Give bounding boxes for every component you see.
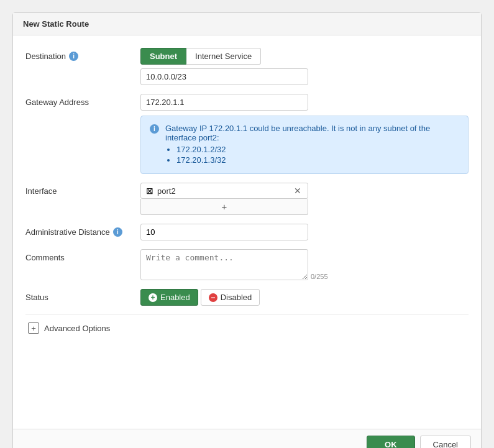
comments-textarea[interactable] xyxy=(140,249,308,280)
status-disabled-button[interactable]: − Disabled xyxy=(201,289,260,306)
status-toggle: + Enabled − Disabled xyxy=(140,289,469,306)
admin-distance-row: Administrative Distance i xyxy=(25,224,469,240)
admin-distance-input[interactable] xyxy=(140,224,308,240)
status-row: Status + Enabled − Disabled xyxy=(25,289,469,306)
ok-button[interactable]: OK xyxy=(367,436,415,448)
comments-field: 0/255 xyxy=(140,249,469,280)
status-label: Status xyxy=(25,289,140,302)
admin-distance-info-icon[interactable]: i xyxy=(113,227,122,237)
enabled-icon: + xyxy=(149,293,157,302)
new-static-route-dialog: New Static Route Destination i Subnet In… xyxy=(12,12,482,448)
status-enabled-button[interactable]: + Enabled xyxy=(140,289,198,306)
dialog-title: New Static Route xyxy=(13,13,481,35)
warning-text: Gateway IP 172.20.1.1 could be unreachab… xyxy=(165,124,430,142)
cancel-button[interactable]: Cancel xyxy=(420,436,471,448)
status-enabled-label: Enabled xyxy=(160,293,190,302)
interface-name-label: port2 xyxy=(157,186,293,196)
comments-row: Comments 0/255 xyxy=(25,249,469,280)
internet-service-button[interactable]: Internet Service xyxy=(186,48,261,65)
destination-label: Destination i xyxy=(25,48,140,61)
interface-remove-icon[interactable]: ✕ xyxy=(293,186,303,196)
interface-add-button[interactable]: + xyxy=(140,199,308,215)
destination-row: Destination i Subnet Internet Service xyxy=(25,48,469,85)
char-count-label: 0/255 xyxy=(311,273,328,280)
interface-grid-icon: ⊠ xyxy=(146,186,153,196)
comment-wrapper: 0/255 xyxy=(140,249,469,280)
subnet-input[interactable] xyxy=(140,68,308,85)
gateway-row: Gateway Address i Gateway IP 172.20.1.1 … xyxy=(25,94,469,174)
destination-info-icon[interactable]: i xyxy=(69,52,78,61)
dialog-body: Destination i Subnet Internet Service Ga… xyxy=(13,35,481,429)
gateway-input[interactable] xyxy=(140,94,308,111)
status-disabled-label: Disabled xyxy=(221,293,252,302)
advanced-expand-icon: + xyxy=(28,322,39,334)
destination-field: Subnet Internet Service xyxy=(140,48,469,85)
warning-info-icon: i xyxy=(150,124,159,134)
interface-input-row: ⊠ port2 ✕ xyxy=(140,183,308,199)
dialog-footer: OK Cancel xyxy=(13,429,481,448)
warning-ip1: 172.20.1.2/32 xyxy=(176,145,459,154)
admin-distance-label: Administrative Distance i xyxy=(25,224,140,237)
interface-label: Interface xyxy=(25,183,140,196)
admin-distance-field xyxy=(140,224,469,240)
interface-row: Interface ⊠ port2 ✕ + xyxy=(25,183,469,215)
gateway-warning-box: i Gateway IP 172.20.1.1 could be unreach… xyxy=(140,116,469,174)
gateway-label: Gateway Address xyxy=(25,94,140,107)
destination-type-toggle: Subnet Internet Service xyxy=(140,48,469,65)
status-field: + Enabled − Disabled xyxy=(140,289,469,306)
subnet-button[interactable]: Subnet xyxy=(140,48,186,65)
gateway-field: i Gateway IP 172.20.1.1 could be unreach… xyxy=(140,94,469,174)
comments-label: Comments xyxy=(25,249,140,262)
interface-field: ⊠ port2 ✕ + xyxy=(140,183,469,215)
disabled-icon: − xyxy=(209,293,217,302)
interface-selector: ⊠ port2 ✕ + xyxy=(140,183,308,215)
advanced-options-row[interactable]: + Advanced Options xyxy=(25,314,469,341)
advanced-options-label: Advanced Options xyxy=(44,324,110,333)
warning-content: Gateway IP 172.20.1.1 could be unreachab… xyxy=(165,124,459,166)
warning-ip2: 172.20.1.3/32 xyxy=(176,155,459,165)
